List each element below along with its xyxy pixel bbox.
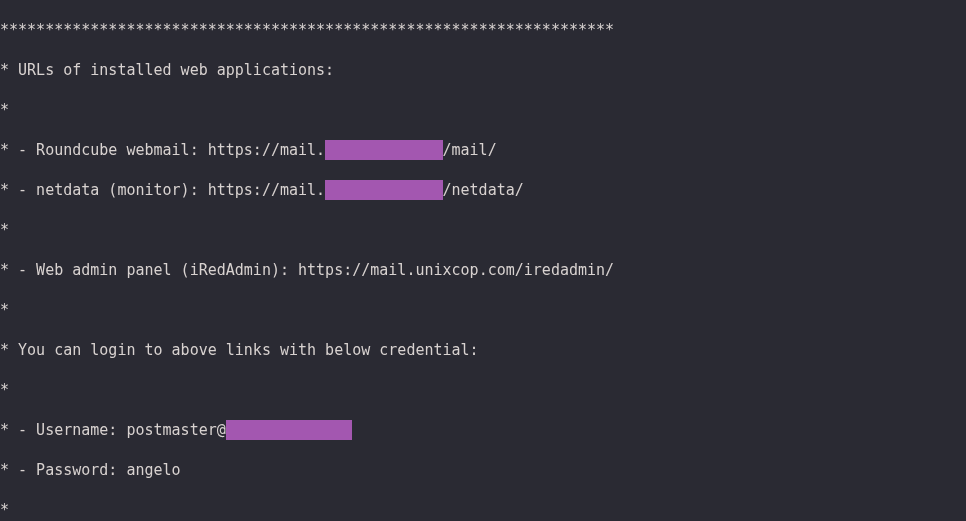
terminal-line: * You can login to above links with belo… (0, 340, 966, 360)
terminal-line: * - Password: angelo (0, 460, 966, 480)
terminal-line: * (0, 500, 966, 520)
roundcube-tail: /mail/ (443, 141, 497, 159)
roundcube-label: * - Roundcube webmail: https://mail. (0, 141, 325, 159)
username-label: * - Username: postmaster@ (0, 421, 226, 439)
redacted-domain (325, 180, 442, 200)
terminal-line: * - Web admin panel (iRedAdmin): https:/… (0, 260, 966, 280)
terminal-line: ****************************************… (0, 20, 966, 40)
terminal-output: ****************************************… (0, 0, 966, 521)
terminal-line: * (0, 100, 966, 120)
terminal-line: * (0, 220, 966, 240)
terminal-line: * - Username: postmaster@ (0, 420, 966, 440)
terminal-line: * - netdata (monitor): https://mail./net… (0, 180, 966, 200)
netdata-label: * - netdata (monitor): https://mail. (0, 181, 325, 199)
redacted-domain (325, 140, 442, 160)
terminal-line: * (0, 300, 966, 320)
netdata-tail: /netdata/ (443, 181, 524, 199)
redacted-domain (226, 420, 352, 440)
terminal-line: * (0, 380, 966, 400)
terminal-line: * URLs of installed web applications: (0, 60, 966, 80)
terminal-line: * - Roundcube webmail: https://mail./mai… (0, 140, 966, 160)
